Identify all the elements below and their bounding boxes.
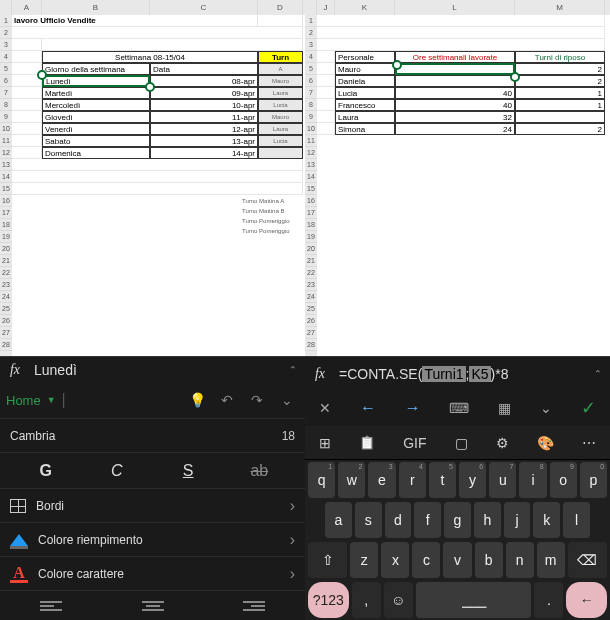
font-row[interactable]: Cambria 18 [0, 418, 305, 452]
redo-icon[interactable]: ↷ [245, 392, 269, 408]
keyboard: ⊞ 📋 GIF ▢ ⚙ 🎨 ⋯ q1w2e3r4t5y6u7i8o9p0 asd… [305, 426, 610, 620]
key-l[interactable]: l [563, 502, 590, 538]
spreadsheet-right[interactable]: J K L M 12345 678910 1112131415 16171819… [305, 0, 610, 356]
grid-left[interactable]: lavoro Ufficio Vendite Settimana 08-15/0… [12, 15, 305, 356]
borders-row[interactable]: Bordi › [0, 488, 305, 522]
selection-handle[interactable] [145, 82, 155, 92]
chevron-down-icon[interactable]: ▼ [47, 395, 56, 405]
key-f[interactable]: f [414, 502, 441, 538]
expand-icon[interactable]: ⌄ [586, 368, 610, 379]
font-color-row[interactable]: A Colore carattere › [0, 556, 305, 590]
key-t[interactable]: t5 [429, 462, 456, 498]
key-i[interactable]: i8 [519, 462, 546, 498]
key-p[interactable]: p0 [580, 462, 607, 498]
key-d[interactable]: d [385, 502, 412, 538]
key-b[interactable]: b [475, 542, 503, 578]
formula-bar[interactable]: fx =CONTA.SE(Turni1;K5)*8 ⌄ [305, 356, 610, 390]
col-personale[interactable]: Personale [335, 51, 395, 63]
palette-icon[interactable]: 🎨 [537, 435, 554, 451]
col-date[interactable]: Data [150, 63, 258, 75]
key-m[interactable]: m [537, 542, 565, 578]
key-r[interactable]: r4 [399, 462, 426, 498]
key-a[interactable]: a [325, 502, 352, 538]
shift-key[interactable]: ⇧ [308, 542, 347, 578]
key-v[interactable]: v [443, 542, 471, 578]
chevron-right-icon: › [290, 497, 295, 515]
comma-key[interactable]: , [352, 582, 381, 618]
more-icon[interactable]: ⋯ [582, 435, 596, 451]
chevron-down-icon[interactable]: ⌄ [275, 392, 299, 408]
backspace-key[interactable]: ⌫ [568, 542, 607, 578]
left-pane: A B C D 12345 678910 1112131415 16171819… [0, 0, 305, 620]
col-ore[interactable]: Ore settimanali lavorate [395, 51, 515, 63]
key-o[interactable]: o9 [550, 462, 577, 498]
note: Turno Pomeriggio [242, 218, 289, 224]
grid-right[interactable]: Personale Ore settimanali lavorate Turni… [317, 15, 610, 356]
key-n[interactable]: n [506, 542, 534, 578]
emoji-key[interactable]: ☺ [384, 582, 413, 618]
undo-icon[interactable]: ↶ [215, 392, 239, 408]
keyboard-icon[interactable]: ⌨ [449, 400, 469, 416]
key-u[interactable]: u7 [489, 462, 516, 498]
align-left-button[interactable] [0, 591, 102, 620]
arrow-right-icon[interactable]: → [405, 399, 421, 417]
fx-value[interactable]: Lunedì [30, 362, 281, 378]
fx-value[interactable]: =CONTA.SE(Turni1;K5)*8 [335, 366, 586, 382]
lightbulb-icon[interactable]: 💡 [185, 392, 209, 408]
bold-button[interactable]: G [26, 462, 66, 480]
grid-icon[interactable]: ▦ [498, 400, 511, 416]
enter-key[interactable]: ← [566, 582, 607, 618]
key-j[interactable]: j [504, 502, 531, 538]
key-x[interactable]: x [381, 542, 409, 578]
selection-handle[interactable] [392, 60, 402, 70]
grid-icon[interactable]: ⊞ [319, 435, 331, 451]
key-w[interactable]: w2 [338, 462, 365, 498]
font-size[interactable]: 18 [282, 429, 295, 443]
strike-button[interactable]: ab [239, 462, 279, 480]
expand-icon[interactable]: ⌄ [281, 364, 305, 375]
key-k[interactable]: k [533, 502, 560, 538]
close-icon[interactable]: ✕ [319, 400, 331, 416]
selection-handle[interactable] [510, 72, 520, 82]
col-riposo[interactable]: Turni di riposo [515, 51, 605, 63]
formula-toolbar: ✕ ← → ⌨ ▦ ⌄ ✓ [305, 390, 610, 426]
italic-button[interactable]: C [97, 462, 137, 480]
key-z[interactable]: z [350, 542, 378, 578]
key-g[interactable]: g [444, 502, 471, 538]
chevron-down-icon[interactable]: ⌄ [540, 400, 552, 416]
tab-home[interactable]: Home [6, 393, 41, 408]
sticker-icon[interactable]: ▢ [455, 435, 468, 451]
week-header[interactable]: Settimana 08-15/04 [42, 51, 258, 63]
check-icon[interactable]: ✓ [581, 397, 596, 419]
fill-color-row[interactable]: Colore riempimento › [0, 522, 305, 556]
table-row: Domenica14-apr [12, 147, 305, 159]
clipboard-icon[interactable]: 📋 [359, 435, 375, 450]
col-day[interactable]: Giorno della settimana [42, 63, 150, 75]
col-person[interactable]: A [258, 63, 303, 75]
selection-handle[interactable] [37, 70, 47, 80]
period-key[interactable]: . [534, 582, 563, 618]
key-h[interactable]: h [474, 502, 501, 538]
align-right-button[interactable] [203, 591, 305, 620]
key-c[interactable]: c [412, 542, 440, 578]
key-e[interactable]: e3 [368, 462, 395, 498]
table-row: Simona242 [317, 123, 610, 135]
gif-button[interactable]: GIF [403, 435, 426, 451]
turn-header[interactable]: Turn [258, 51, 303, 63]
key-q[interactable]: q1 [308, 462, 335, 498]
numeric-key[interactable]: ?123 [308, 582, 349, 618]
font-name[interactable]: Cambria [10, 429, 282, 443]
table-row: Francesco401 [317, 99, 610, 111]
underline-button[interactable]: S [168, 462, 208, 480]
column-headers: J K L M [305, 0, 610, 15]
key-s[interactable]: s [355, 502, 382, 538]
align-center-button[interactable] [102, 591, 204, 620]
key-y[interactable]: y6 [459, 462, 486, 498]
right-pane: J K L M 12345 678910 1112131415 16171819… [305, 0, 610, 620]
title-cell[interactable]: lavoro Ufficio Vendite [12, 15, 258, 27]
spreadsheet-left[interactable]: A B C D 12345 678910 1112131415 16171819… [0, 0, 305, 356]
settings-icon[interactable]: ⚙ [496, 435, 509, 451]
arrow-left-icon[interactable]: ← [360, 399, 376, 417]
space-key[interactable]: ⎯⎯⎯ [416, 582, 532, 618]
formula-bar[interactable]: fx Lunedì ⌄ [0, 356, 305, 382]
